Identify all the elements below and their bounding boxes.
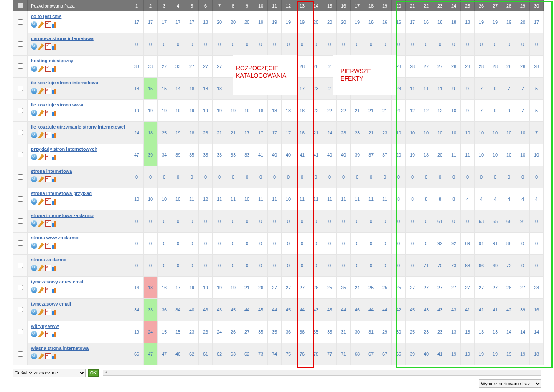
header-day-3[interactable]: 3 [158,0,171,11]
row-checkbox[interactable] [18,108,23,113]
check-icon[interactable] [45,110,51,116]
chart-icon[interactable] [52,43,58,50]
row-checkbox-cell[interactable] [13,188,28,210]
row-checkbox-cell[interactable] [13,33,28,56]
check-icon[interactable] [45,198,51,205]
chart-icon[interactable] [52,353,58,359]
row-checkbox-cell[interactable] [13,100,28,122]
header-day-21[interactable]: 21 [406,0,419,11]
edit-icon[interactable] [38,309,44,315]
header-day-18[interactable]: 18 [364,0,378,11]
refresh-icon[interactable] [31,43,37,50]
edit-icon[interactable] [38,243,44,249]
edit-icon[interactable] [38,110,44,116]
edit-icon[interactable] [38,220,44,227]
refresh-icon[interactable] [31,88,37,94]
phrase-link[interactable]: strona internetowa za darmo [31,213,126,218]
chart-icon[interactable] [52,66,58,72]
row-checkbox[interactable] [18,86,23,91]
check-icon[interactable] [45,353,51,359]
row-checkbox[interactable] [18,19,23,25]
header-day-27[interactable]: 27 [488,0,502,11]
edit-icon[interactable] [38,66,44,72]
header-checkbox-cell[interactable] [13,0,28,11]
row-checkbox-cell[interactable] [13,11,28,33]
row-checkbox[interactable] [18,263,23,268]
refresh-icon[interactable] [31,132,37,138]
row-checkbox[interactable] [18,130,23,135]
header-day-9[interactable]: 9 [240,0,254,11]
refresh-icon[interactable] [31,287,37,293]
header-day-26[interactable]: 26 [475,0,488,11]
check-icon[interactable] [45,243,51,249]
chart-icon[interactable] [52,88,58,94]
header-day-5[interactable]: 5 [185,0,199,11]
check-icon[interactable] [45,331,51,337]
header-day-28[interactable]: 28 [502,0,516,11]
edit-icon[interactable] [38,176,44,182]
edit-icon[interactable] [38,287,44,293]
check-icon[interactable] [45,265,51,271]
refresh-icon[interactable] [31,243,37,249]
row-checkbox[interactable] [18,63,23,69]
header-day-17[interactable]: 17 [351,0,364,11]
header-day-8[interactable]: 8 [226,0,240,11]
phrase-link[interactable]: co to jest cms [31,14,126,19]
chart-icon[interactable] [52,220,58,227]
header-day-10[interactable]: 10 [254,0,268,11]
edit-icon[interactable] [38,88,44,94]
chart-icon[interactable] [52,309,58,315]
refresh-select[interactable]: Odśwież zaznaczone [13,369,86,377]
refresh-icon[interactable] [31,198,37,205]
row-checkbox-cell[interactable] [13,343,28,365]
row-checkbox[interactable] [18,240,23,246]
header-day-15[interactable]: 15 [323,0,337,11]
sort-select[interactable]: Wybierz sortowanie fraz [479,379,541,388]
refresh-icon[interactable] [31,220,37,227]
ok-button[interactable]: OK [88,369,99,377]
check-icon[interactable] [45,176,51,182]
phrase-link[interactable]: ile kosztuje strona www [31,102,126,107]
header-day-23[interactable]: 23 [433,0,447,11]
header-day-12[interactable]: 12 [282,0,295,11]
header-day-29[interactable]: 29 [516,0,530,11]
row-checkbox[interactable] [18,41,23,47]
header-day-11[interactable]: 11 [268,0,282,11]
header-day-4[interactable]: 4 [171,0,185,11]
chart-icon[interactable] [52,154,58,160]
row-checkbox-cell[interactable] [13,299,28,321]
row-checkbox-cell[interactable] [13,56,28,78]
phrase-link[interactable]: strona www za darmo [31,235,126,240]
chart-icon[interactable] [52,265,58,271]
chart-icon[interactable] [52,21,58,28]
check-icon[interactable] [45,309,51,315]
row-checkbox[interactable] [18,307,23,312]
phrase-link[interactable]: tymczasowy adres email [31,279,126,284]
phrase-link[interactable]: ile kosztuje utrzymanie strony interneto… [31,124,126,129]
edit-icon[interactable] [38,132,44,138]
chart-icon[interactable] [52,287,58,293]
select-all-checkbox[interactable] [18,3,23,8]
header-day-30[interactable]: 30 [530,0,544,11]
header-day-25[interactable]: 25 [461,0,475,11]
row-checkbox-cell[interactable] [13,122,28,144]
header-day-19[interactable]: 19 [378,0,392,11]
check-icon[interactable] [45,66,51,72]
phrase-link[interactable]: hosting miesięczny [31,58,126,63]
phrase-link[interactable]: darmowa strona internetowa [31,36,126,41]
chart-icon[interactable] [52,331,58,337]
edit-icon[interactable] [38,353,44,359]
horizontal-scrollbar[interactable] [103,370,541,376]
refresh-icon[interactable] [31,176,37,182]
phrase-link[interactable]: tymczasowy email [31,301,126,306]
refresh-icon[interactable] [31,66,37,72]
row-checkbox-cell[interactable] [13,255,28,277]
row-checkbox-cell[interactable] [13,277,28,299]
check-icon[interactable] [45,88,51,94]
row-checkbox[interactable] [18,174,23,180]
chart-icon[interactable] [52,132,58,138]
header-day-6[interactable]: 6 [199,0,213,11]
edit-icon[interactable] [38,331,44,337]
header-day-13[interactable]: 13 [295,0,309,11]
check-icon[interactable] [45,21,51,28]
